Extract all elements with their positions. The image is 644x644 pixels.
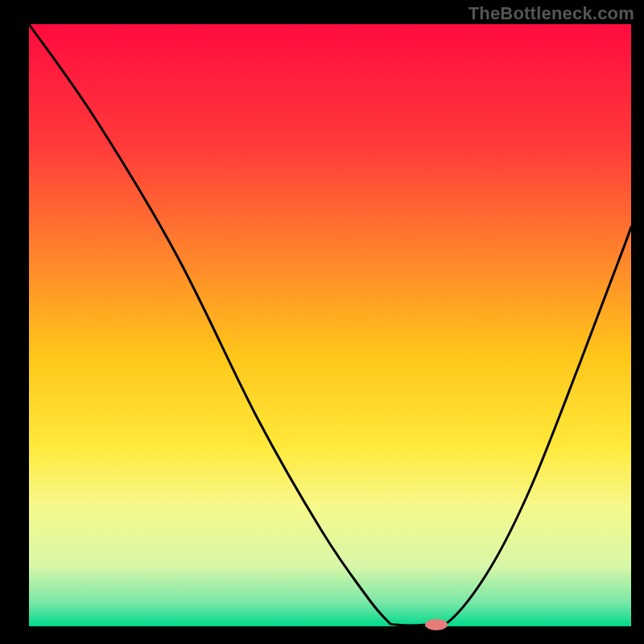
watermark-text: TheBottleneck.com — [469, 3, 634, 24]
chart-frame: TheBottleneck.com — [0, 0, 644, 644]
optimal-point-marker — [425, 619, 448, 630]
gradient-background — [29, 24, 631, 626]
bottleneck-plot — [0, 0, 644, 644]
